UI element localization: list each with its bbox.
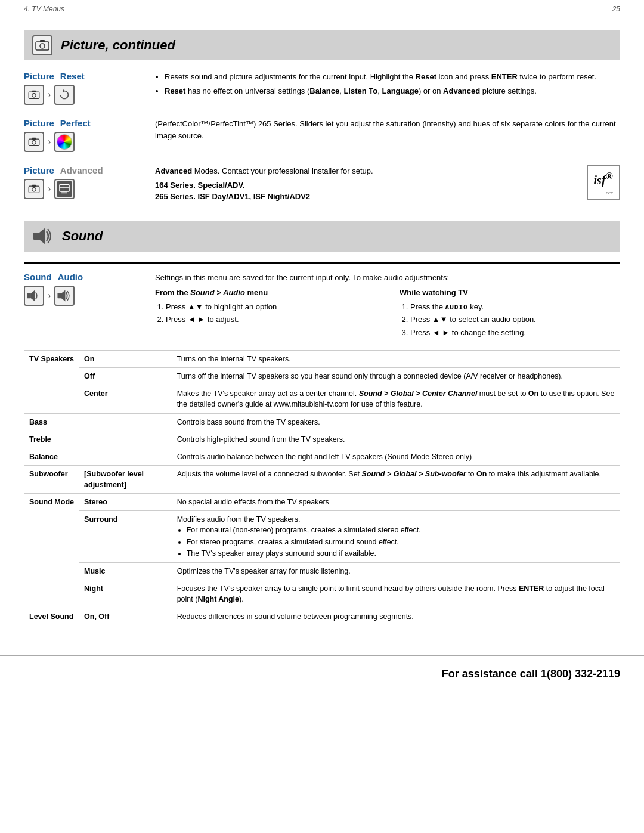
table-row-soundmode-music: Music Optimizes the TV's speaker array f… — [24, 562, 620, 580]
table-row-balance: Balance Controls audio balance between t… — [24, 448, 620, 465]
picture-advanced-left: Picture Advanced › — [24, 165, 155, 199]
picture-icon-camera — [24, 85, 44, 105]
picture-perfect-row: Picture Perfect › (PerfectColor™/Perfec — [24, 118, 620, 152]
svg-rect-2 — [40, 40, 45, 42]
svg-point-10 — [32, 188, 36, 191]
svg-marker-17 — [39, 228, 45, 244]
sound-audio-left: Sound Audio › — [24, 272, 155, 306]
sound-icon-box — [24, 286, 44, 306]
col-label-treble: Treble — [24, 431, 172, 448]
audio-table: TV Speakers On Turns on the internal TV … — [24, 350, 620, 625]
sound-audio-row: Sound Audio › — [24, 272, 620, 340]
col-label-balance: Balance — [24, 448, 172, 465]
col-desc-off: Turns off the internal TV speakers so yo… — [172, 368, 620, 385]
advanced-line1: Advanced Modes. Contact your professiona… — [155, 165, 620, 177]
sound-audio-labels: Sound Audio — [24, 272, 155, 282]
svg-marker-21 — [61, 290, 66, 301]
picture-section-icon — [32, 35, 52, 55]
picture-icon-camera3 — [24, 179, 44, 199]
col-desc-surround: Modifies audio from the TV speakers. For… — [172, 511, 620, 563]
page-footer: For assistance call 1(800) 332-2119 — [0, 655, 644, 692]
table-row-soundmode-surround: Surround Modifies audio from the TV spea… — [24, 511, 620, 563]
col-sublabel-subwoofer: [Subwoofer level adjustment] — [79, 465, 172, 493]
sound-speaker-icon — [32, 225, 54, 247]
col-sublabel-surround: Surround — [79, 511, 172, 563]
picture-perfect-icons: › — [24, 132, 155, 152]
page-number: 25 — [612, 5, 620, 13]
col-label-subwoofer: Subwoofer — [24, 465, 79, 493]
col-sublabel-levelsound: On, Off — [79, 608, 172, 625]
col-label-tv-speakers: TV Speakers — [24, 351, 79, 414]
svg-rect-15 — [61, 191, 67, 193]
chapter-label: 4. TV Menus — [24, 5, 64, 13]
advanced-settings-icon — [54, 179, 75, 199]
picture-perfect-content: (PerfectColor™/PerfecTint™) 265 Series. … — [155, 118, 620, 141]
table-row-speakers-off: Off Turns off the internal TV speakers s… — [24, 368, 620, 385]
svg-rect-9 — [29, 186, 39, 193]
sound-section-header: Sound — [24, 221, 620, 252]
reset-arrow-icon — [58, 88, 71, 101]
label-picture-reset: Picture — [24, 71, 54, 81]
isf-text: isf — [594, 174, 606, 187]
footer-text: For assistance call 1(800) 332-2119 — [442, 668, 620, 680]
label-picture-advanced: Picture — [24, 165, 54, 175]
sound-step1: Press ▲▼ to highlight an option — [166, 301, 376, 313]
sound-menu-label: Sound > Audio — [190, 288, 245, 297]
picture-advanced-row: Picture Advanced › — [24, 165, 620, 203]
audio-icon-box — [54, 286, 75, 306]
col-desc-balance: Controls audio balance between the right… — [172, 448, 620, 465]
col-sublabel-off: Off — [79, 368, 172, 385]
picture-advanced-labels: Picture Advanced — [24, 165, 155, 175]
table-row-subwoofer: Subwoofer [Subwoofer level adjustment] A… — [24, 465, 620, 493]
table-row-treble: Treble Controls high-pitched sound from … — [24, 431, 620, 448]
svg-marker-19 — [31, 290, 35, 301]
watch-step1: Press the AUDIO key. — [410, 301, 620, 313]
picture-reset-row: Picture Reset › — [24, 71, 620, 105]
camera-small-icon — [28, 90, 40, 100]
picture-reset-left: Picture Reset › — [24, 71, 155, 105]
advanced-box-inner — [57, 181, 72, 197]
svg-rect-12 — [60, 185, 69, 191]
page-header: 4. TV Menus 25 — [0, 0, 644, 18]
reset-bullet-1: Resets sound and picture adjustments for… — [165, 71, 620, 83]
col-desc-night: Focuses the TV's speaker array to a sing… — [172, 580, 620, 608]
sound-col2-header: While watching TV — [400, 287, 620, 299]
reset-icon — [54, 85, 75, 105]
col-sublabel-stereo: Stereo — [79, 494, 172, 511]
table-row-levelsound: Level Sound On, Off Reduces differences … — [24, 608, 620, 625]
sound-two-col: From the Sound > Audio menu Press ▲▼ to … — [155, 287, 620, 339]
picture-perfect-left: Picture Perfect › — [24, 118, 155, 152]
sound-col2-list: Press the AUDIO key. Press ▲▼ to select … — [410, 301, 620, 339]
chevron-right-icon2: › — [48, 137, 51, 147]
col-desc-treble: Controls high-pitched sound from the TV … — [172, 431, 620, 448]
watch-step3: Press ◄ ► to change the setting. — [410, 327, 620, 339]
svg-rect-0 — [36, 42, 49, 50]
sound-section: Sound Sound Audio › — [24, 221, 620, 626]
sound-audio-icons: › — [24, 286, 155, 306]
picture-reset-icons: › — [24, 85, 155, 105]
table-row-bass: Bass Controls bass sound from the TV spe… — [24, 413, 620, 431]
picture-reset-content: Resets sound and picture adjustments for… — [155, 71, 620, 97]
svg-rect-5 — [32, 91, 36, 92]
label-audio: Audio — [58, 272, 83, 282]
perfect-text: (PerfectColor™/PerfecTint™) 265 Series. … — [155, 119, 616, 140]
watch-step2: Press ▲▼ to select an audio option. — [410, 314, 620, 326]
sound-step2: Press ◄ ► to adjust. — [166, 314, 376, 326]
picture-reset-labels: Picture Reset — [24, 71, 155, 81]
svg-rect-11 — [32, 185, 36, 187]
isf-sub-label: ccc — [594, 189, 613, 197]
advanced-gear-icon — [58, 184, 70, 194]
table-row-speakers-center: Center Makes the TV's speaker array act … — [24, 385, 620, 413]
col-desc-music: Optimizes the TV's speaker array for mus… — [172, 562, 620, 580]
picture-section-title: Picture, continued — [61, 38, 175, 53]
sound-section-title: Sound — [62, 228, 103, 244]
reset-bullet-2: Reset has no effect on universal setting… — [165, 85, 620, 97]
col-desc-bass: Controls bass sound from the TV speakers… — [172, 413, 620, 431]
surround-bullet1: For monaural (non-stereo) programs, crea… — [187, 525, 615, 535]
col-desc-stereo: No special audio effects from the TV spe… — [172, 494, 620, 511]
col-label-bass: Bass — [24, 413, 172, 431]
table-row-soundmode-night: Night Focuses the TV's speaker array to … — [24, 580, 620, 608]
picture-section-header: Picture, continued — [24, 30, 620, 60]
picture-icon-camera2 — [24, 132, 44, 152]
sound-intro: Settings in this menu are saved for the … — [155, 272, 620, 284]
